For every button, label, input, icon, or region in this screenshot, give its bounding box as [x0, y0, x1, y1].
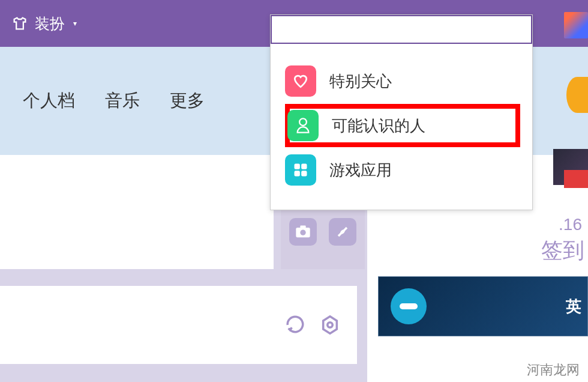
svg-rect-8	[295, 171, 300, 176]
dress-label: 装扮	[35, 14, 65, 34]
person-icon	[287, 110, 319, 141]
svg-point-1	[300, 230, 305, 235]
svg-rect-6	[295, 164, 300, 169]
search-input[interactable]	[271, 15, 532, 44]
dropdown-item-game-apps[interactable]: 游戏应用	[285, 147, 520, 193]
dropdown-item-special-follow[interactable]: 特别关心	[285, 58, 520, 104]
orange-decoration	[566, 77, 588, 113]
nav-music[interactable]: 音乐	[105, 89, 140, 113]
red-badge	[564, 170, 588, 188]
link-icon[interactable]	[329, 218, 356, 246]
dropdown-label: 游戏应用	[329, 160, 392, 181]
settings-icon[interactable]	[320, 315, 340, 335]
game-logo-icon	[391, 288, 427, 324]
tshirt-icon	[11, 15, 29, 32]
dress-dropdown-button[interactable]: 装扮 ▾	[11, 14, 77, 34]
game-banner-text: 英	[566, 296, 581, 317]
refresh-icon[interactable]	[285, 315, 305, 335]
watermark: 河南龙网	[523, 360, 583, 380]
svg-rect-7	[301, 164, 307, 169]
content-row-2	[0, 277, 357, 364]
heart-icon	[285, 65, 316, 97]
camera-icon[interactable]	[289, 218, 317, 246]
camera-glyph	[295, 225, 311, 239]
svg-point-4	[328, 323, 333, 328]
content-panel	[0, 155, 274, 269]
dropdown-item-people-you-may-know[interactable]: 可能认识的人	[285, 104, 520, 147]
link-glyph	[334, 223, 351, 240]
dropdown-menu: 特别关心 可能认识的人 游戏应用	[271, 44, 532, 210]
game-banner[interactable]: 英	[378, 276, 588, 336]
toolbar-panel	[0, 286, 357, 364]
svg-rect-9	[301, 171, 307, 176]
nav-profile[interactable]: 个人档	[23, 89, 75, 113]
apps-icon	[285, 154, 316, 186]
avatar[interactable]	[564, 12, 588, 38]
svg-point-5	[299, 118, 307, 126]
nav-more[interactable]: 更多	[170, 89, 205, 113]
dropdown-label: 可能认识的人	[332, 115, 425, 136]
svg-marker-3	[323, 317, 337, 333]
svg-rect-2	[300, 226, 305, 229]
caret-down-icon: ▾	[73, 19, 77, 28]
dropdown-label: 特别关心	[329, 71, 392, 92]
date-fragment: .16	[559, 215, 582, 234]
search-dropdown: 特别关心 可能认识的人 游戏应用	[270, 14, 533, 210]
checkin-button[interactable]: 签到	[541, 236, 584, 265]
